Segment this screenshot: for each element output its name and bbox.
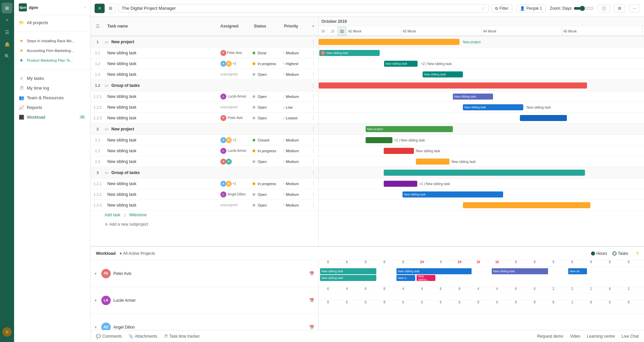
workload-filter-btn[interactable]: ▾ All Active Projects bbox=[120, 251, 155, 256]
help-btn[interactable]: ? bbox=[636, 251, 639, 256]
view-gantt-btn[interactable]: ≡ bbox=[95, 4, 105, 13]
gantt-bar[interactable]: New sibling task bbox=[402, 191, 503, 197]
task-more-btn[interactable]: ⋮ bbox=[308, 203, 318, 208]
status-dot bbox=[253, 150, 255, 152]
task-more-btn[interactable]: ⋮ bbox=[308, 61, 318, 66]
gantt-bar[interactable]: New sibling task bbox=[463, 104, 523, 110]
gantt-bar[interactable] bbox=[319, 82, 587, 89]
section-expand-icon[interactable]: ▭ bbox=[105, 127, 110, 131]
section-expand-icon[interactable]: ▭ bbox=[105, 40, 110, 44]
gantt-header: October 2019 09 10 11 42 Week 43 Week 44… bbox=[319, 17, 644, 36]
nav-all-projects[interactable]: 📁 All projects bbox=[14, 18, 90, 27]
sidebar-icon-bell[interactable]: 🔔 bbox=[2, 39, 12, 50]
section-more-btn[interactable]: ⋮ bbox=[308, 127, 318, 131]
zoom-slider[interactable] bbox=[574, 6, 594, 11]
section-more-btn[interactable]: ⋮ bbox=[308, 40, 318, 44]
nav-back-icon[interactable]: ‹ bbox=[84, 5, 86, 10]
comments-btn[interactable]: 💬 Comments bbox=[96, 334, 122, 339]
sidebar-icon-menu[interactable]: ☰ bbox=[2, 27, 12, 38]
calendar-icon[interactable]: 📅 bbox=[309, 298, 314, 303]
task-more-btn[interactable]: ⋮ bbox=[308, 94, 318, 99]
workload-task-bar[interactable]: New sibling task bbox=[492, 268, 548, 274]
nav-starred-2[interactable]: ★ Accounting Firm Marketing... bbox=[14, 46, 90, 55]
avatar: B bbox=[226, 137, 232, 143]
expand-all-icon[interactable]: ☰ bbox=[96, 23, 100, 29]
task-more-btn[interactable]: ⋮ bbox=[308, 115, 318, 121]
gantt-bar[interactable] bbox=[384, 148, 414, 154]
section-num: 3 bbox=[91, 171, 105, 175]
request-demo-link[interactable]: Request demo bbox=[537, 334, 563, 339]
gantt-bar[interactable] bbox=[416, 159, 449, 165]
calendar-icon[interactable]: 📅 bbox=[309, 325, 314, 330]
section-more-btn[interactable]: ⋮ bbox=[308, 170, 318, 175]
gantt-bar[interactable]: New sibling task bbox=[453, 94, 493, 100]
gantt-bar[interactable]: P New sibling task bbox=[319, 50, 380, 56]
filter-btn[interactable]: ⧉ Filter bbox=[491, 4, 512, 12]
task-more-btn[interactable]: ⋮ bbox=[308, 181, 318, 186]
task-more-btn[interactable]: ⋮ bbox=[308, 105, 318, 110]
star-project-icon[interactable]: ☆ bbox=[481, 6, 485, 11]
status-dot bbox=[253, 62, 255, 65]
view-grid-btn[interactable]: ⊞ bbox=[105, 4, 115, 13]
sidebar-icon-grid[interactable]: ⊞ bbox=[2, 3, 12, 13]
sidebar-icon-add[interactable]: ＋ bbox=[2, 15, 12, 25]
video-link[interactable]: Video bbox=[570, 334, 580, 339]
section-expand-icon[interactable]: ▭ bbox=[105, 83, 110, 88]
tasks-radio[interactable]: Tasks bbox=[612, 251, 628, 256]
gantt-bar[interactable] bbox=[520, 115, 567, 121]
people-btn[interactable]: 👤 People 1 bbox=[516, 4, 546, 12]
more-btn[interactable]: ··· bbox=[629, 4, 640, 12]
workload-task-bar[interactable]: New s.. bbox=[396, 275, 415, 281]
nav-team-resources[interactable]: 👥 Team & Resources bbox=[14, 93, 90, 103]
live-chat-link[interactable]: Live Chat bbox=[622, 334, 639, 339]
history-btn[interactable]: 🕑 bbox=[598, 4, 610, 12]
time-tracker-btn[interactable]: ⏱ Task time tracker bbox=[164, 334, 200, 339]
gantt-bar[interactable] bbox=[319, 39, 460, 45]
task-more-btn[interactable]: ⋮ bbox=[308, 148, 318, 154]
task-more-btn[interactable]: ⋮ bbox=[308, 192, 318, 197]
workload-task-bar[interactable]: New sibling task bbox=[320, 275, 376, 281]
calendar-icon[interactable]: 📅 bbox=[309, 271, 314, 276]
learning-centre-link[interactable]: Learning centre bbox=[587, 334, 615, 339]
task-more-btn[interactable]: ⋮ bbox=[308, 72, 318, 77]
milestone-btn[interactable]: Milestone bbox=[129, 213, 147, 217]
nav-starred-1[interactable]: ★ Steps In Installing Rack Mo... bbox=[14, 36, 90, 46]
gantt-bar[interactable] bbox=[384, 170, 585, 176]
priority-up-icon: ↑ bbox=[283, 149, 285, 153]
gantt-bar[interactable] bbox=[463, 202, 590, 208]
nav-my-tasks[interactable]: ✓ My tasks bbox=[14, 73, 90, 83]
table-row: 1.2.1 New sibling task A B +1 In progres… bbox=[91, 178, 318, 189]
settings-btn[interactable]: ⚙ bbox=[614, 4, 625, 12]
attachments-btn[interactable]: 📎 Attachments bbox=[128, 334, 157, 339]
section-more-btn[interactable]: ⋮ bbox=[308, 83, 318, 88]
workload-task-bar[interactable]: New sibling task bbox=[396, 268, 472, 274]
workload-expand-btn[interactable]: ▾ bbox=[95, 325, 99, 330]
workload-expand-btn[interactable]: ▾ bbox=[95, 298, 99, 303]
status-dot bbox=[253, 52, 255, 54]
gantt-bar[interactable] bbox=[384, 181, 417, 187]
gantt-bar[interactable] bbox=[366, 137, 392, 143]
gantt-bar[interactable]: New sibling task bbox=[384, 61, 418, 67]
nav-starred-3[interactable]: ★ Product Marketing Plan Te... bbox=[14, 55, 90, 65]
nav-reports[interactable]: 📈 Reports bbox=[14, 103, 90, 112]
add-subproject-btn[interactable]: ⊕ Add a new subproject bbox=[91, 219, 318, 229]
task-more-btn[interactable]: ⋮ bbox=[308, 137, 318, 143]
workload-task-bar[interactable]: New sibling task bbox=[320, 268, 376, 274]
project-title-field[interactable]: The Digital Project Manager ☆ bbox=[118, 4, 489, 12]
gantt-bar[interactable]: New project bbox=[366, 126, 453, 132]
workload-task-bar[interactable]: New sibling... bbox=[417, 275, 435, 281]
add-task-btn[interactable]: Add task bbox=[105, 213, 120, 217]
section-expand-icon[interactable]: ▭ bbox=[105, 170, 110, 175]
task-more-btn[interactable]: ⋮ bbox=[308, 159, 318, 164]
sidebar-icon-search[interactable]: 🔍 bbox=[2, 51, 12, 62]
hours-radio[interactable]: Hours bbox=[591, 251, 607, 256]
gantt-bar[interactable]: New sibling task bbox=[423, 71, 463, 77]
add-col[interactable]: + bbox=[308, 23, 318, 29]
workload-expand-btn[interactable]: ▾ bbox=[95, 271, 99, 276]
nav-workload[interactable]: ⬛ Workload 98 bbox=[14, 112, 90, 122]
nav-my-time-log[interactable]: ⏱ My time log bbox=[14, 83, 90, 93]
user-avatar[interactable]: U bbox=[2, 327, 12, 337]
workload-gantt-row: 6 4 6 8 4 4 6 8 4 4 6 6 bbox=[319, 287, 644, 300]
workload-task-bar[interactable]: New sit.. bbox=[568, 268, 587, 274]
task-more-btn[interactable]: ⋮ bbox=[308, 50, 318, 56]
